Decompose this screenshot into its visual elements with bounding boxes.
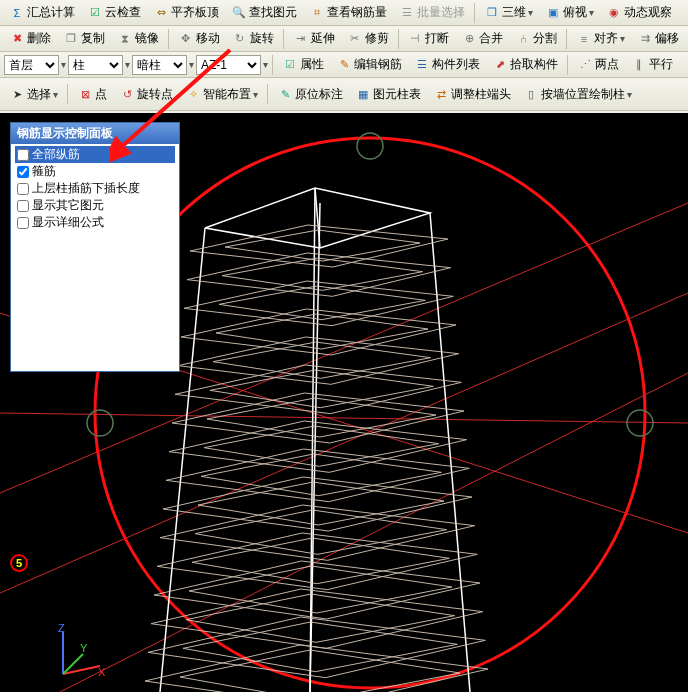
chevron-down-icon: ▾ — [620, 33, 625, 44]
label: 修剪 — [365, 30, 389, 47]
top-view-button[interactable]: ▣ 俯视 ▾ — [540, 1, 599, 24]
label: 旋转点 — [137, 86, 173, 103]
label: 删除 — [27, 30, 51, 47]
chevron-down-icon: ▾ — [528, 7, 533, 18]
floor-combo[interactable]: 首层 — [4, 55, 59, 75]
label: 对齐 — [594, 30, 618, 47]
label: 分割 — [533, 30, 557, 47]
view-rebar-button[interactable]: ⌗ 查看钢筋量 — [304, 1, 392, 24]
panel-item-3[interactable]: 显示其它图元 — [15, 197, 175, 214]
label: 图元柱表 — [373, 86, 421, 103]
offset-button[interactable]: ⇉ 偏移 — [632, 27, 684, 50]
adjust-icon: ⇄ — [433, 86, 449, 102]
trim-button[interactable]: ✂ 修剪 — [342, 27, 394, 50]
merge-icon: ⊕ — [461, 31, 477, 47]
parallel-button[interactable]: ∥ 平行 — [626, 53, 678, 76]
dynamic-observe-button[interactable]: ◉ 动态观察 — [601, 1, 677, 24]
smart-layout-button[interactable]: ✧ 智能布置 ▾ — [180, 83, 263, 106]
cloud-check-icon: ☑ — [87, 5, 103, 21]
panel-item-label: 上层柱插筋下插长度 — [32, 180, 140, 197]
panel-checkbox[interactable] — [17, 166, 29, 178]
point-tool-button[interactable]: ⊠ 点 — [72, 83, 112, 106]
category-combo[interactable]: 柱 — [68, 55, 123, 75]
panel-checkbox[interactable] — [17, 149, 29, 161]
separator — [566, 29, 567, 49]
find-element-button[interactable]: 🔍 查找图元 — [226, 1, 302, 24]
rotate-button[interactable]: ↻ 旋转 — [227, 27, 279, 50]
label: 平齐板顶 — [171, 4, 219, 21]
chevron-down-icon: ▾ — [263, 59, 268, 70]
panel-item-0[interactable]: 全部纵筋 — [15, 146, 175, 163]
label: 云检查 — [105, 4, 141, 21]
label: 打断 — [425, 30, 449, 47]
delete-button[interactable]: ✖ 删除 — [4, 27, 56, 50]
merge-button[interactable]: ⊕ 合并 — [456, 27, 508, 50]
rebar-display-panel[interactable]: 钢筋显示控制面板 全部纵筋箍筋上层柱插筋下插长度显示其它图元显示详细公式 — [10, 122, 180, 372]
label: 旋转 — [250, 30, 274, 47]
label: 动态观察 — [624, 4, 672, 21]
pick-member-button[interactable]: ⬈ 拾取构件 — [487, 53, 563, 76]
level-icon: ⇔ — [153, 5, 169, 21]
split-button[interactable]: ⑃ 分割 — [510, 27, 562, 50]
align-button[interactable]: ≡ 对齐 ▾ — [571, 27, 630, 50]
panel-checkbox[interactable] — [17, 183, 29, 195]
pick-icon: ⬈ — [492, 57, 508, 73]
flat-top-button[interactable]: ⇔ 平齐板顶 — [148, 1, 224, 24]
annotation-icon: ✎ — [277, 86, 293, 102]
extend-button[interactable]: ⇥ 延伸 — [288, 27, 340, 50]
batch-select-button[interactable]: ☰ 批量选择 — [394, 1, 470, 24]
copy-button[interactable]: ❐ 复制 — [58, 27, 110, 50]
label: 汇总计算 — [27, 4, 75, 21]
chevron-down-icon: ▾ — [53, 89, 58, 100]
move-button[interactable]: ✥ 移动 — [173, 27, 225, 50]
label: 三维 — [502, 4, 526, 21]
svg-line-3 — [60, 373, 688, 692]
label: 两点 — [595, 56, 619, 73]
panel-item-2[interactable]: 上层柱插筋下插长度 — [15, 180, 175, 197]
two-point-button[interactable]: ⋰ 两点 — [572, 53, 624, 76]
subtype-combo[interactable]: 暗柱 — [132, 55, 187, 75]
adjust-column-end-button[interactable]: ⇄ 调整柱端头 — [428, 83, 516, 106]
panel-item-4[interactable]: 显示详细公式 — [15, 214, 175, 231]
point-icon: ⊠ — [77, 86, 93, 102]
separator — [398, 29, 399, 49]
move-icon: ✥ — [178, 31, 194, 47]
wall-column-icon: ▯ — [523, 86, 539, 102]
member-list-button[interactable]: ☰ 构件列表 — [409, 53, 485, 76]
panel-checkbox[interactable] — [17, 200, 29, 212]
component-combo[interactable]: AZ-1 — [196, 55, 261, 75]
svg-point-7 — [87, 410, 113, 436]
label: 查看钢筋量 — [327, 4, 387, 21]
edit-rebar-button[interactable]: ✎ 编辑钢筋 — [331, 53, 407, 76]
toolbar-main: Σ 汇总计算 ☑ 云检查 ⇔ 平齐板顶 🔍 查找图元 ⌗ 查看钢筋量 ☰ 批量选… — [0, 0, 688, 26]
properties-button[interactable]: ☑ 属性 — [277, 53, 329, 76]
label: 平行 — [649, 56, 673, 73]
view-3d-button[interactable]: ❒ 三维 ▾ — [479, 1, 538, 24]
extend-icon: ⇥ — [293, 31, 309, 47]
original-annotation-button[interactable]: ✎ 原位标注 — [272, 83, 348, 106]
mirror-button[interactable]: ⧗ 镜像 — [112, 27, 164, 50]
separator — [168, 29, 169, 49]
select-tool-button[interactable]: ➤ 选择 ▾ — [4, 83, 63, 106]
chevron-down-icon: ▾ — [61, 59, 66, 70]
label: 俯视 — [563, 4, 587, 21]
panel-item-label: 显示其它图元 — [32, 197, 104, 214]
panel-item-1[interactable]: 箍筋 — [15, 163, 175, 180]
break-button[interactable]: ⊣ 打断 — [402, 27, 454, 50]
column-table-button[interactable]: ▦ 图元柱表 — [350, 83, 426, 106]
svg-point-8 — [627, 410, 653, 436]
two-point-icon: ⋰ — [577, 57, 593, 73]
panel-checkbox[interactable] — [17, 217, 29, 229]
label: 构件列表 — [432, 56, 480, 73]
separator — [67, 84, 68, 104]
label: 拾取构件 — [510, 56, 558, 73]
summary-calc-button[interactable]: Σ 汇总计算 — [4, 1, 80, 24]
label: 镜像 — [135, 30, 159, 47]
cloud-check-button[interactable]: ☑ 云检查 — [82, 1, 146, 24]
panel-item-label: 箍筋 — [32, 163, 56, 180]
break-icon: ⊣ — [407, 31, 423, 47]
rotate-point-button[interactable]: ↺ 旋转点 — [114, 83, 178, 106]
draw-column-by-wall-button[interactable]: ▯ 按墙位置绘制柱 ▾ — [518, 83, 637, 106]
trim-icon: ✂ — [347, 31, 363, 47]
label: 属性 — [300, 56, 324, 73]
